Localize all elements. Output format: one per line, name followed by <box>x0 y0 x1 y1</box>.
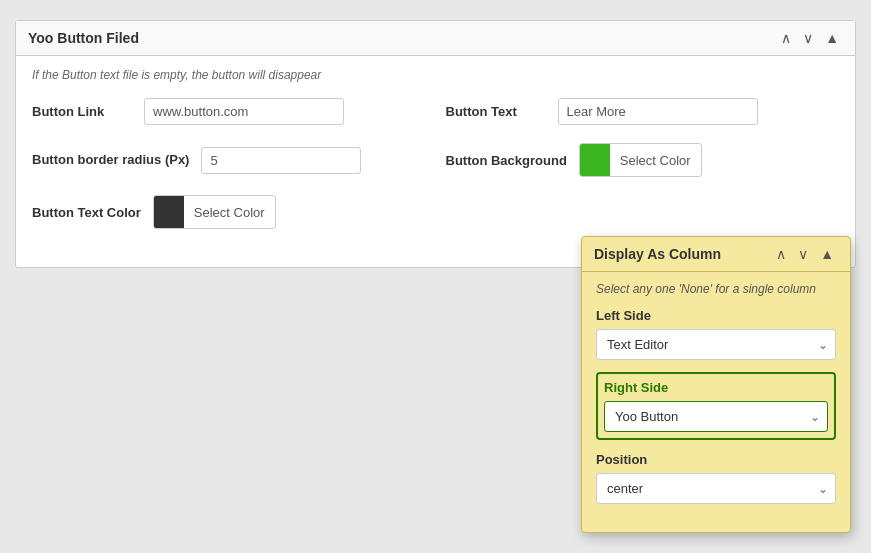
button-link-label: Button Link <box>32 104 132 119</box>
overlay-down-button[interactable]: ∨ <box>794 245 812 263</box>
position-label: Position <box>596 452 836 467</box>
right-side-select-wrapper: Yoo Button None Image ⌄ <box>604 401 828 432</box>
button-text-input[interactable] <box>558 98 758 125</box>
position-select-wrapper: center left right ⌄ <box>596 473 836 504</box>
overlay-notice: Select any one 'None' for a single colum… <box>596 282 836 296</box>
main-panel-controls: ∧ ∨ ▲ <box>777 29 843 47</box>
button-border-radius-field: Button border radius (Px) <box>32 147 426 174</box>
notice-text: If the Button text file is empty, the bu… <box>32 68 839 82</box>
overlay-up-button[interactable]: ∧ <box>772 245 790 263</box>
overlay-header: Display As Column ∧ ∨ ▲ <box>582 237 850 272</box>
main-panel-collapse-button[interactable]: ▲ <box>821 29 843 47</box>
button-text-color-select-button[interactable]: Select Color <box>184 200 275 225</box>
left-side-select[interactable]: Text Editor None Image <box>596 329 836 360</box>
main-panel-header: Yoo Button Filed ∧ ∨ ▲ <box>16 21 855 56</box>
button-text-color-label: Button Text Color <box>32 205 141 220</box>
button-border-radius-input[interactable] <box>201 147 361 174</box>
button-text-color-field: Button Text Color Select Color <box>32 195 426 229</box>
left-side-label: Left Side <box>596 308 836 323</box>
main-panel-down-button[interactable]: ∨ <box>799 29 817 47</box>
main-panel-title: Yoo Button Filed <box>28 30 139 46</box>
form-row-1: Button Link Button Text <box>32 98 839 125</box>
right-side-select[interactable]: Yoo Button None Image <box>604 401 828 432</box>
button-link-field: Button Link <box>32 98 426 125</box>
button-background-swatch <box>580 144 610 176</box>
overlay-body: Select any one 'None' for a single colum… <box>582 272 850 532</box>
button-background-field: Button Background Select Color <box>446 143 840 177</box>
left-side-select-wrapper: Text Editor None Image ⌄ <box>596 329 836 360</box>
button-background-color-selector[interactable]: Select Color <box>579 143 702 177</box>
position-select[interactable]: center left right <box>596 473 836 504</box>
overlay-panel-controls: ∧ ∨ ▲ <box>772 245 838 263</box>
button-background-select-color-button[interactable]: Select Color <box>610 148 701 173</box>
button-border-radius-label: Button border radius (Px) <box>32 151 189 169</box>
button-text-color-selector[interactable]: Select Color <box>153 195 276 229</box>
right-side-box: Right Side Yoo Button None Image ⌄ <box>596 372 836 440</box>
button-text-color-swatch <box>154 196 184 228</box>
button-text-label: Button Text <box>446 104 546 119</box>
button-text-field: Button Text <box>446 98 840 125</box>
overlay-panel: Display As Column ∧ ∨ ▲ Select any one '… <box>581 236 851 533</box>
page-wrapper: Yoo Button Filed ∧ ∨ ▲ If the Button tex… <box>0 0 871 553</box>
form-row-3: Button Text Color Select Color <box>32 195 839 229</box>
button-background-label: Button Background <box>446 153 567 168</box>
overlay-collapse-button[interactable]: ▲ <box>816 245 838 263</box>
button-link-input[interactable] <box>144 98 344 125</box>
right-side-label: Right Side <box>604 380 828 395</box>
main-panel: Yoo Button Filed ∧ ∨ ▲ If the Button tex… <box>15 20 856 268</box>
form-row-2: Button border radius (Px) Button Backgro… <box>32 143 839 177</box>
main-panel-up-button[interactable]: ∧ <box>777 29 795 47</box>
overlay-title: Display As Column <box>594 246 721 262</box>
